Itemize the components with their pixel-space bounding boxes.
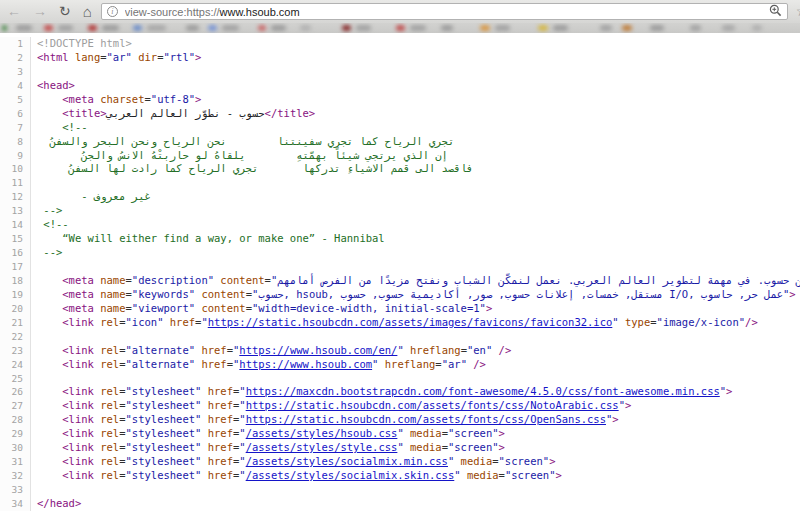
source-link[interactable]: https://maxcdn.bootstrapcdn.com/font-awe…: [246, 385, 720, 397]
line-number: 29: [0, 427, 31, 441]
line-number: 19: [0, 288, 31, 302]
source-line: 34</head>: [0, 497, 800, 511]
source-token: href: [201, 427, 233, 439]
bookmark-favicon[interactable]: [222, 25, 239, 31]
reload-button[interactable]: ↻: [59, 0, 71, 23]
source-link[interactable]: /assets/styles/hsoub.css: [246, 427, 398, 439]
source-token: <link: [62, 344, 94, 356]
source-token: "screen": [448, 441, 499, 453]
bookmark-favicon[interactable]: [88, 25, 97, 31]
source-line: 29 <link rel="stylesheet" href="/assets/…: [0, 427, 800, 441]
page-info-icon[interactable]: i: [107, 6, 118, 17]
line-number: 31: [0, 455, 31, 469]
line-number: 9: [0, 149, 31, 163]
address-bar[interactable]: i view-source:https://www.hsoub.com: [101, 3, 788, 20]
line-content: إن الذي يرتجي شيئاً بهمّتهِ يلقاهُ لو حا…: [31, 149, 448, 163]
bookmark-favicon[interactable]: [622, 25, 632, 31]
bookmark-favicon[interactable]: [147, 25, 166, 31]
bookmark-favicon[interactable]: [342, 25, 351, 31]
back-button[interactable]: ←: [7, 0, 21, 23]
source-token: media: [404, 441, 442, 453]
bookmark-favicon[interactable]: [690, 25, 701, 31]
source-link[interactable]: /assets/styles/style.css: [246, 441, 398, 453]
bookmark-favicon[interactable]: [600, 25, 612, 31]
home-button[interactable]: ⌂: [83, 0, 92, 23]
source-link[interactable]: https://static.hsoubcdn.com/assets/fonts…: [246, 413, 606, 425]
line-content: <meta name="viewport" content="width=dev…: [31, 302, 492, 316]
bookmark-favicon[interactable]: [44, 25, 53, 31]
bookmark-favicon[interactable]: [410, 25, 426, 31]
line-number: 34: [0, 497, 31, 511]
bookmark-favicon[interactable]: [271, 25, 286, 31]
bookmark-favicon[interactable]: [396, 25, 405, 31]
line-number: 10: [0, 162, 31, 176]
source-link[interactable]: /assets/styles/socialmix.skin.css: [246, 469, 455, 481]
line-number: 23: [0, 344, 31, 358]
source-token: rel: [94, 399, 119, 411]
bookmark-favicon[interactable]: [186, 25, 199, 31]
source-token: "width=device-width, initial-scale=1": [252, 302, 486, 314]
zoom-icon[interactable]: [769, 3, 782, 21]
line-number: 11: [0, 176, 31, 190]
bookmark-favicon[interactable]: [208, 25, 217, 31]
bookmark-favicon[interactable]: [133, 25, 142, 31]
bookmark-star-icon[interactable]: ☆: [796, 0, 800, 23]
bookmark-favicon[interactable]: [102, 25, 119, 31]
source-link[interactable]: /assets/styles/socialmix.min.css: [246, 455, 448, 467]
source-line: 4<head>: [0, 79, 800, 93]
source-line: 14 <!--: [0, 218, 800, 232]
line-content: <html lang="ar" dir="rtl">: [31, 51, 201, 65]
source-line: 22: [0, 330, 800, 344]
line-content: “We will either find a way, or make one”…: [31, 232, 385, 246]
bookmark-favicon[interactable]: [722, 25, 735, 31]
source-token: </head>: [37, 497, 81, 509]
source-token: />: [467, 358, 486, 370]
source-token: media: [404, 427, 442, 439]
source-token: "stylesheet": [126, 469, 202, 481]
source-line: 6 <title>حسوب - نطوّر العالم العربي</tit…: [0, 107, 800, 121]
bookmark-favicon[interactable]: [16, 25, 32, 31]
bookmark-favicon[interactable]: [58, 25, 73, 31]
line-number: 30: [0, 441, 31, 455]
bookmark-favicon[interactable]: [495, 25, 510, 31]
bookmark-favicon[interactable]: [752, 25, 762, 31]
source-link[interactable]: https://static.hsoubcdn.com/assets/fonts…: [246, 399, 619, 411]
source-line: 3: [0, 65, 800, 79]
source-token: "description": [132, 274, 214, 286]
source-token: حسوب - نطوّر العالم العربي: [107, 107, 265, 119]
bookmark-favicon[interactable]: [356, 25, 371, 31]
bookmark-favicon[interactable]: [538, 25, 548, 31]
url-host: www.hsoub.com: [220, 6, 300, 18]
url-text[interactable]: view-source:https://www.hsoub.com: [125, 6, 769, 18]
source-line: 20 <meta name="viewport" content="width=…: [0, 302, 800, 316]
bookmark-favicon[interactable]: [258, 25, 266, 31]
bookmark-favicon[interactable]: [553, 25, 568, 31]
forward-button[interactable]: →: [33, 0, 47, 23]
source-token: rel: [94, 455, 119, 467]
bookmark-favicon[interactable]: [650, 25, 664, 31]
line-content: [31, 483, 37, 497]
line-number: 25: [0, 372, 31, 386]
source-token: "screen": [448, 427, 499, 439]
source-token: "stylesheet": [126, 413, 202, 425]
bookmark-favicon[interactable]: [441, 25, 453, 31]
source-line: 32 <link rel="stylesheet" href="/assets/…: [0, 469, 800, 483]
line-number: 5: [0, 93, 31, 107]
line-content: <link rel="stylesheet" href="https://sta…: [31, 399, 631, 413]
source-token: "حسوب, hsoub, مستقل, خمسات, إعلانات حسوب…: [252, 288, 789, 300]
source-line: 27 <link rel="stylesheet" href="https://…: [0, 399, 800, 413]
bookmark-favicon[interactable]: [300, 25, 311, 31]
source-token: "en": [467, 344, 492, 356]
bookmark-favicon[interactable]: [2, 25, 7, 31]
source-line: 16 -->: [0, 246, 800, 260]
source-token: "stylesheet": [126, 399, 202, 411]
source-line: 25: [0, 372, 800, 386]
bookmark-favicon[interactable]: [480, 25, 490, 31]
source-line: 26 <link rel="stylesheet" href="https://…: [0, 385, 800, 399]
line-content: <link rel="stylesheet" href="/assets/sty…: [31, 469, 562, 483]
line-number: 7: [0, 121, 31, 135]
source-link[interactable]: https://www.hsoub.com/en/: [239, 344, 397, 356]
source-link[interactable]: https://static.hsoubcdn.com/assets/image…: [208, 316, 613, 328]
source-token: media: [454, 455, 492, 467]
source-link[interactable]: https://www.hsoub.com: [239, 358, 372, 370]
